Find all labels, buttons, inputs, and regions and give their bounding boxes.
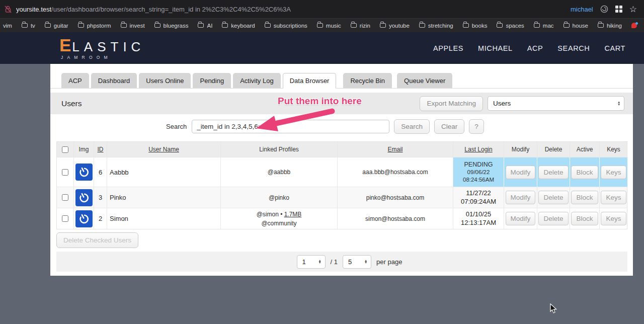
user-avatar-power-icon[interactable] xyxy=(75,210,93,227)
bookmark-2024-site-1[interactable]: 【2024年最新】ドレ... xyxy=(631,22,644,29)
select-stepper-icon: ▴▾ xyxy=(365,260,367,264)
block-button[interactable]: Block xyxy=(571,191,598,204)
bookmarks-bar: vim tv guitar phpstorm invest bluegrass … xyxy=(0,18,644,32)
elastic-jamroom-logo[interactable]: ELASTIC JAMROOM xyxy=(59,36,145,60)
bookmark-rizin[interactable]: rizin xyxy=(351,23,370,29)
bookmark-mac[interactable]: mac xyxy=(534,23,554,29)
row-checkbox[interactable] xyxy=(62,169,68,176)
profile-badge-icon[interactable] xyxy=(600,5,608,13)
bookmark-vim[interactable]: vim xyxy=(3,23,12,29)
tab-queue-viewer[interactable]: Queue Viewer xyxy=(397,73,452,88)
modify-button[interactable]: Modify xyxy=(506,212,536,225)
tab-data-browser[interactable]: Data Browser xyxy=(283,73,337,89)
keys-button[interactable]: Keys xyxy=(601,191,626,204)
not-secure-lock-icon[interactable] xyxy=(4,5,12,13)
header-id[interactable]: ID xyxy=(94,142,107,157)
folder-icon xyxy=(564,23,570,28)
modify-button[interactable]: Modify xyxy=(506,191,536,204)
user-avatar-power-icon[interactable] xyxy=(75,164,93,181)
bookmark-youtube[interactable]: youtube xyxy=(380,23,410,29)
site-header: ELASTIC JAMROOM APPLES MICHAEL ACP SEARC… xyxy=(0,32,644,64)
tab-pending[interactable]: Pending xyxy=(193,73,231,88)
bookmark-guitar[interactable]: guitar xyxy=(45,23,68,29)
user-id: 6 xyxy=(94,157,107,187)
header-user-name[interactable]: User Name xyxy=(107,142,221,157)
help-button[interactable]: ? xyxy=(469,119,484,134)
page-background: ACP Dashboard Users Online Pending Activ… xyxy=(0,64,644,324)
bookmark-ai[interactable]: AI xyxy=(198,23,212,29)
select-stepper-icon: ▴▾ xyxy=(618,101,620,105)
dashboard-card: ACP Dashboard Users Online Pending Activ… xyxy=(50,64,633,276)
login-status: PENDING xyxy=(464,160,493,169)
address-bar[interactable]: yoursite.test/user/dashboard/browser/sea… xyxy=(16,6,565,13)
browser-profile-name[interactable]: michael xyxy=(571,6,593,13)
dataset-select[interactable]: Users ▴▾ xyxy=(488,96,624,111)
delete-button[interactable]: Delete xyxy=(538,191,568,204)
nav-michael[interactable]: MICHAEL xyxy=(478,44,513,52)
header-keys: Keys xyxy=(600,142,627,157)
nav-apples[interactable]: APPLES xyxy=(433,44,463,52)
folder-icon xyxy=(154,23,160,28)
last-login-cell: PENDING 09/06/22 08:24:56AM xyxy=(453,157,504,187)
delete-button[interactable]: Delete xyxy=(538,166,568,179)
delete-button[interactable]: Delete xyxy=(538,212,568,225)
users-table: Img ID User Name Linked Profiles Email L… xyxy=(56,141,627,229)
profile-size-link[interactable]: 1.7MB xyxy=(284,211,302,218)
bookmark-subscriptions[interactable]: subscriptions xyxy=(265,23,307,29)
select-all-checkbox[interactable] xyxy=(62,146,68,153)
bookmark-house[interactable]: house xyxy=(564,23,588,29)
nav-acp[interactable]: ACP xyxy=(527,44,543,52)
profiles-prefix: @simon • xyxy=(257,211,284,218)
per-page-select[interactable]: 5 ▴▾ xyxy=(343,255,371,269)
nav-search[interactable]: SEARCH xyxy=(557,44,590,52)
table-row: 2 Simon @simon • 1.7MB @community simon@… xyxy=(57,208,627,229)
bookmark-tv[interactable]: tv xyxy=(22,23,35,29)
header-last-login[interactable]: Last Login xyxy=(453,142,504,157)
block-button[interactable]: Block xyxy=(571,166,598,179)
keys-button[interactable]: Keys xyxy=(601,212,626,225)
user-avatar-power-icon[interactable] xyxy=(75,189,93,206)
tab-activity-log[interactable]: Activity Log xyxy=(233,73,280,88)
bookmark-keyboard[interactable]: keyboard xyxy=(222,23,255,29)
page-select-value: 1 xyxy=(302,258,315,266)
bookmark-stretching[interactable]: stretching xyxy=(419,23,453,29)
row-checkbox[interactable] xyxy=(62,194,68,201)
select-stepper-icon: ▴▾ xyxy=(319,260,321,264)
folder-icon xyxy=(78,23,84,28)
bookmark-spaces[interactable]: spaces xyxy=(497,23,524,29)
bookmark-phpstorm[interactable]: phpstorm xyxy=(78,23,111,29)
clear-button[interactable]: Clear xyxy=(434,119,464,134)
header-email[interactable]: Email xyxy=(338,142,453,157)
header-modify: Modify xyxy=(504,142,537,157)
search-label: Search xyxy=(166,123,187,130)
delete-checked-users-button[interactable]: Delete Checked Users xyxy=(56,232,138,248)
tab-users-online[interactable]: Users Online xyxy=(139,73,191,88)
logo-text: LASTIC xyxy=(72,40,145,53)
header-img: Img xyxy=(74,142,94,157)
row-checkbox[interactable] xyxy=(62,215,68,222)
tab-dashboard[interactable]: Dashboard xyxy=(91,73,137,88)
export-matching-button[interactable]: Export Matching xyxy=(420,96,483,111)
user-email: simon@hostsaba.com xyxy=(338,208,453,229)
folder-icon xyxy=(598,23,604,28)
header-active: Active xyxy=(570,142,600,157)
bookmark-star-icon[interactable]: ☆ xyxy=(629,5,637,14)
page-total: / 1 xyxy=(331,258,338,266)
page-select[interactable]: 1 ▴▾ xyxy=(297,255,326,269)
extensions-grid-icon[interactable] xyxy=(615,6,622,13)
bookmark-music[interactable]: music xyxy=(317,23,341,29)
bookmark-invest[interactable]: invest xyxy=(121,23,145,29)
tab-recycle-bin[interactable]: Recycle Bin xyxy=(343,73,392,88)
profiles-line2: @community xyxy=(261,219,296,228)
bookmark-hiking[interactable]: hiking xyxy=(598,23,622,29)
block-button[interactable]: Block xyxy=(571,212,598,225)
tab-acp[interactable]: ACP xyxy=(61,73,89,88)
folder-icon xyxy=(497,23,503,28)
folder-icon xyxy=(463,23,469,28)
bookmark-books[interactable]: books xyxy=(463,23,488,29)
modify-button[interactable]: Modify xyxy=(506,166,536,179)
nav-cart[interactable]: CART xyxy=(604,44,625,52)
search-button[interactable]: Search xyxy=(394,119,430,134)
keys-button[interactable]: Keys xyxy=(601,166,626,179)
bookmark-bluegrass[interactable]: bluegrass xyxy=(154,23,189,29)
